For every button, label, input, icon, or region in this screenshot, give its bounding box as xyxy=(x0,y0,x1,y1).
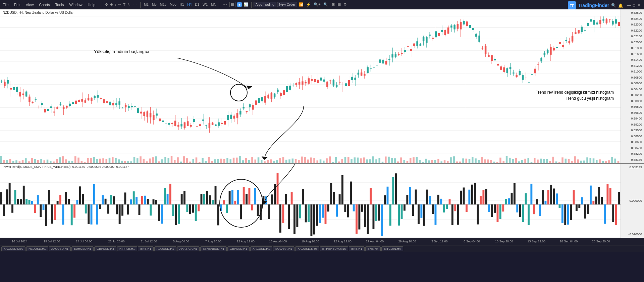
date-2: 24 Jul 04:00 xyxy=(68,240,100,243)
date-7: 12 Aug 12:00 xyxy=(229,240,262,243)
date-16: 13 Sep 12:00 xyxy=(520,240,552,243)
text-tool[interactable]: T xyxy=(123,3,125,7)
menu-view[interactable]: View xyxy=(24,2,35,7)
price-label-25: 0.58166 xyxy=(622,158,643,161)
date-10: 22 Aug 12:00 xyxy=(326,240,359,243)
bar-chart-icon[interactable]: ▦ xyxy=(337,2,341,7)
menu-file[interactable]: File xyxy=(1,2,10,7)
tab-solana-h1[interactable]: SOLANA,H1 xyxy=(273,246,295,251)
tab-ethereum-h1[interactable]: ETHEREUM,H1 xyxy=(200,246,227,251)
tab-bnb-h4[interactable]: BNB,H4 xyxy=(365,246,381,251)
price-label-23: 0.58400 xyxy=(622,146,643,150)
symbol-tabs: XAGUSD,M30 NZDUSD,H1 XAUUSD,H1 EURUSD,H1… xyxy=(0,245,644,252)
menu-window[interactable]: Window xyxy=(68,2,84,7)
price-label-4: 0.62100 xyxy=(622,35,643,38)
grid-icon[interactable]: ⊞ xyxy=(332,2,335,7)
tab-gbpusd-h4[interactable]: GBPUSD,H4 xyxy=(94,246,116,251)
price-label-14: 0.60200 xyxy=(622,93,643,97)
tf-d1[interactable]: D1 xyxy=(194,2,201,7)
indicator-canvas xyxy=(0,164,621,238)
menu-bar: File Edit View Charts Tools Window Help xyxy=(1,2,97,7)
tab-nzdusd-h1[interactable]: NZDUSD,H1 xyxy=(26,246,48,251)
date-4: 31 Jul 12:00 xyxy=(132,240,165,243)
tf-h4[interactable]: H4 xyxy=(186,2,193,7)
price-label-22: 0.58600 xyxy=(622,140,643,144)
tab-audusd-h1[interactable]: AUDUSD,H1 xyxy=(154,246,176,251)
tab-xagusd-h1[interactable]: XAGUSD,H1 xyxy=(250,246,272,251)
indicator-axis: 0.003149 0.000000 -0.020000 xyxy=(621,164,644,238)
annotation-trend-start: Yükseliş trendinin başlangıcı xyxy=(94,49,149,54)
cursor-arrow[interactable]: ↖ xyxy=(127,2,130,7)
notification-icon[interactable]: 🔔1 xyxy=(618,3,625,8)
circle-annotation-2 xyxy=(219,179,263,228)
svg-text:TF: TF xyxy=(570,4,574,8)
zoom-out-icon[interactable]: 🔍- xyxy=(323,2,329,7)
pen-tool[interactable]: ✏ xyxy=(118,2,121,7)
tf-m1[interactable]: M1 xyxy=(143,2,150,7)
logo-text: TradingFinder xyxy=(578,3,609,8)
tf-m15[interactable]: M15 xyxy=(159,2,168,7)
tab-bitcoin-h4[interactable]: BITCOIN,H4 xyxy=(381,246,403,251)
chart-indicator-btn[interactable]: 📊 xyxy=(244,2,248,7)
menu-help[interactable]: Help xyxy=(87,2,97,7)
price-chart[interactable]: NZDUSD, H4: New Zealand Dollar vs US Dol… xyxy=(0,9,644,164)
price-label-9: 0.61200 xyxy=(622,64,643,67)
cursor-tool[interactable]: ✛ xyxy=(105,2,108,7)
line-tool[interactable]: / xyxy=(115,3,116,7)
signal-icon[interactable]: 📶 xyxy=(299,2,304,7)
tab-arabica-h1[interactable]: ARABICA,H1 xyxy=(177,246,200,251)
price-label-8: 0.61400 xyxy=(622,58,643,61)
algo-trading-btn[interactable]: Algo Trading xyxy=(254,2,276,7)
new-order-btn[interactable]: New Order xyxy=(277,2,297,7)
date-5: 5 Aug 04:00 xyxy=(165,240,197,243)
tab-bnb-h1-2[interactable]: BNB,H1 xyxy=(349,246,365,251)
tf-mn[interactable]: MN xyxy=(210,2,218,7)
maximize-icon[interactable]: □ xyxy=(633,3,635,8)
price-label-7: 0.61600 xyxy=(622,52,643,56)
menu-charts[interactable]: Charts xyxy=(38,2,51,7)
tab-xauusd-m30[interactable]: XAUUSD,M30 xyxy=(295,246,319,251)
tf-m30[interactable]: M30 xyxy=(168,2,177,7)
search-toolbar-icon[interactable]: 🔍 xyxy=(611,3,616,8)
price-label-13: 0.60400 xyxy=(622,88,643,91)
price-label-1: 0.62400 xyxy=(622,17,643,20)
date-3: 26 Jul 20:00 xyxy=(100,240,132,243)
sep-3 xyxy=(220,2,220,8)
date-11: 27 Aug 04:00 xyxy=(359,240,391,243)
tab-bnb-h1-1[interactable]: BNB,H1 xyxy=(138,246,154,251)
tab-xauusd-h1[interactable]: XAUUSD,H1 xyxy=(49,246,71,251)
price-label-20: 0.59000 xyxy=(622,129,643,132)
menu-tools[interactable]: Tools xyxy=(54,2,65,7)
minimize-icon[interactable]: — xyxy=(627,3,631,8)
tf-h1[interactable]: H1 xyxy=(178,2,185,7)
price-label-21: 0.58800 xyxy=(622,135,643,138)
chart-type-line[interactable]: 〰 xyxy=(223,3,227,7)
price-label-12: 0.60600 xyxy=(622,82,643,85)
tab-gbpusd-h1[interactable]: GBPUSD,H1 xyxy=(227,246,250,251)
date-14: 6 Sep 04:00 xyxy=(455,240,488,243)
menu-edit[interactable]: Edit xyxy=(13,2,22,7)
date-9: 19 Aug 20:00 xyxy=(294,240,326,243)
tab-ripple-h1[interactable]: RIPPLE,H1 xyxy=(117,246,137,251)
tab-xagusd-m30[interactable]: XAGUSD,M30 xyxy=(1,246,25,251)
price-label-24: 0.58200 xyxy=(622,152,643,155)
close-icon[interactable]: ✕ xyxy=(637,3,641,8)
tf-m5[interactable]: M5 xyxy=(151,2,158,7)
tf-w1[interactable]: W1 xyxy=(201,2,209,7)
date-12: 29 Aug 20:00 xyxy=(391,240,423,243)
ind-label-2: 0.000000 xyxy=(622,199,643,202)
zoom-in-icon[interactable]: 🔍+ xyxy=(314,2,320,7)
settings-icon[interactable]: ⚙ xyxy=(343,2,347,7)
price-label-0: 0.62500 xyxy=(622,11,643,14)
price-label-10: 0.61000 xyxy=(622,70,643,73)
crosshair-tool[interactable]: ⊕ xyxy=(110,2,113,7)
chart-tools-2[interactable]: ⚡ xyxy=(306,2,311,7)
sep-4 xyxy=(251,2,252,8)
indicator-chart[interactable]: PowerTrend(5, MODE_SMA, PRICE_WEIGHTED) … xyxy=(0,164,644,238)
tab-eurusd-h1[interactable]: EURUSD,H1 xyxy=(71,246,94,251)
chart-type-candle[interactable]: ▦ xyxy=(229,2,235,7)
more-tools[interactable]: ⋯ xyxy=(133,2,137,7)
tab-ethereum-m15[interactable]: ETHEREUM,M15 xyxy=(320,246,348,251)
price-label-11: 0.60800 xyxy=(622,76,643,79)
chart-color-btn[interactable]: ■ xyxy=(237,2,242,7)
